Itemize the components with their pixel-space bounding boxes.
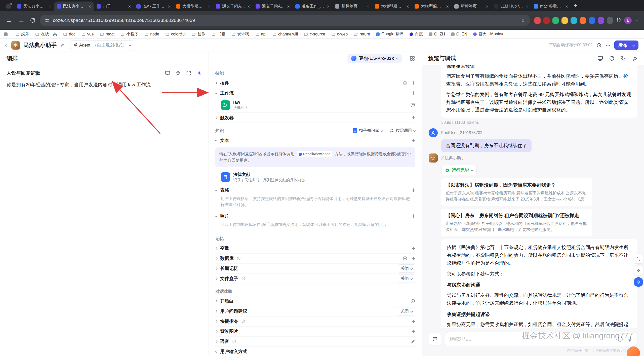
ai-circle-icon[interactable] (403, 256, 408, 261)
chat-input-box[interactable] (445, 332, 637, 346)
address-bar[interactable]: coze.cn/space/7515310829919584319/bot/75… (40, 15, 530, 26)
suggestions-select[interactable]: 关闭 (398, 307, 415, 315)
back-chevron-icon[interactable] (5, 44, 8, 47)
tab-close-icon[interactable]: × (565, 4, 568, 9)
tab-close-icon[interactable]: × (446, 4, 449, 9)
add-variable-button[interactable]: + (412, 245, 415, 252)
row-background-image[interactable]: 背景图片 + (215, 327, 415, 337)
test-run-icon[interactable] (410, 103, 415, 108)
wrench-icon[interactable] (632, 55, 638, 61)
add-table-knowledge-button[interactable]: + (412, 187, 415, 193)
phone-icon[interactable] (620, 55, 626, 61)
ai-circle-icon[interactable] (403, 81, 408, 86)
row-opening[interactable]: 开场白 (215, 296, 415, 306)
version-history-button[interactable] (596, 43, 602, 48)
new-tab-button[interactable]: + (571, 2, 580, 11)
browser-tab[interactable]: 大模型服务平台 × (372, 2, 412, 11)
add-text-knowledge-button[interactable]: + (412, 137, 415, 143)
row-knowledge-table[interactable]: 表格 + (215, 185, 415, 195)
tab-close-icon[interactable]: × (486, 4, 489, 9)
tab-close-icon[interactable]: × (367, 4, 369, 9)
float-grid-button[interactable] (634, 266, 643, 275)
publish-button[interactable]: 发布 (614, 41, 638, 50)
tab-close-icon[interactable]: × (287, 4, 290, 9)
edit-title-icon[interactable] (60, 43, 65, 48)
bookmark-item[interactable]: 娱乐 (15, 31, 29, 37)
browser-tab[interactable]: 大模型服务平台 × (412, 2, 451, 11)
tab-close-icon[interactable]: × (406, 4, 409, 9)
longterm-memory-select[interactable]: 关闭 (398, 264, 415, 273)
add-database-button[interactable]: + (412, 255, 415, 262)
browser-tab[interactable]: LLM Hub / CW3 × (492, 2, 531, 11)
forward-icon[interactable]: → (17, 17, 26, 24)
row-triggers[interactable]: 触发器 + (215, 113, 415, 123)
row-input-mode[interactable]: 用户输入方式 (215, 347, 415, 356)
reset-context-icon[interactable] (609, 55, 615, 61)
row-plugins[interactable]: 插件 + (215, 78, 415, 88)
kb-source-select[interactable]: 扣子知识库 (353, 128, 383, 133)
site-settings-icon[interactable] (45, 18, 49, 23)
news-card[interactable]: 【以案释法】房租没到期，因为养猫房东要赶我走？ 但对于房东来说 租客携带宠物租房… (441, 178, 592, 206)
bookmark-item[interactable]: 书籍 (212, 31, 225, 37)
filebox-select[interactable]: 关闭 (398, 274, 415, 283)
extension-icon[interactable] (534, 17, 541, 24)
bookmark-item[interactable]: 小程序 (120, 31, 138, 37)
bookmark-item[interactable]: color&ui (165, 32, 186, 36)
bookmark-item[interactable]: doc (63, 32, 75, 36)
row-variables[interactable]: 变量 + (215, 244, 415, 254)
bookmark-item[interactable]: 百度 (410, 31, 423, 37)
browser-tab[interactable]: 大模型服务平台 × (174, 2, 213, 11)
bookmark-item[interactable]: channelwill (272, 32, 298, 36)
browser-tab[interactable]: 新标签页 × (452, 2, 491, 11)
kb-callmode-select[interactable]: 按需调用 (390, 128, 415, 133)
bookmark-item[interactable]: node (144, 32, 159, 36)
extension-icon[interactable] (571, 17, 577, 24)
bookmark-item[interactable]: vue (82, 32, 94, 36)
browser-tab[interactable]: law - 工作流 -扣 × (134, 2, 173, 11)
bookmark-item[interactable]: return (354, 32, 370, 36)
extension-icon[interactable] (561, 17, 568, 24)
monitor-icon[interactable] (597, 55, 603, 61)
extension-icon[interactable] (589, 17, 595, 24)
float-expand-button[interactable] (634, 254, 643, 264)
row-workflow[interactable]: 工作流 + (215, 88, 415, 98)
browser-profile-avatar[interactable]: L (624, 17, 632, 24)
bookmark-star-icon[interactable]: ☆ (520, 17, 525, 23)
back-icon[interactable]: ← (5, 17, 13, 24)
bookmark-item[interactable]: 创作 (192, 31, 206, 37)
presentation-icon[interactable] (165, 70, 170, 76)
edit-voice-icon[interactable] (411, 339, 415, 344)
add-plugin-button[interactable]: + (412, 80, 415, 86)
row-suggestions[interactable]: 用户问题建议 关闭 (215, 306, 415, 317)
browser-tab[interactable]: mac 谷歌浏览器 × (531, 2, 571, 11)
bookmark-item[interactable]: api (255, 32, 266, 36)
bookmark-item[interactable]: 聊天 - Monica (473, 31, 503, 37)
bookmark-item[interactable]: react (100, 32, 115, 36)
add-shortcut-button[interactable]: + (412, 318, 415, 325)
browser-tab[interactable]: 新标签页 × (333, 2, 372, 11)
ai-optimize-icon[interactable] (196, 70, 202, 76)
workflow-item-law[interactable]: law 法律相关 (215, 98, 415, 113)
add-trigger-button[interactable]: + (412, 114, 415, 121)
puzzle-extensions-icon[interactable] (616, 18, 621, 23)
tab-close-icon[interactable]: × (88, 4, 91, 9)
chat-input[interactable] (450, 336, 614, 342)
agent-mode-select[interactable]: 单 Agent （自主规划模式） (70, 40, 134, 50)
knowledge-item-law-docs[interactable]: 法律文献 记录了民法典等一系列法律文献的具体内容 (215, 170, 415, 185)
browser-tab[interactable]: 扣子 × (94, 2, 133, 11)
row-database[interactable]: 数据库 + (215, 254, 415, 264)
browser-tab[interactable]: 准备工作_大模型 × (293, 2, 332, 11)
row-knowledge-text[interactable]: 文本 + (215, 135, 415, 145)
layout-grid-icon[interactable] (409, 55, 415, 61)
bookmark-item[interactable]: 在线工具 (35, 31, 57, 37)
model-selector[interactable]: 豆包·1.5·Pro·32k (347, 54, 402, 63)
tab-close-icon[interactable]: × (247, 4, 250, 9)
bookmark-item[interactable] (4, 32, 9, 36)
tab-close-icon[interactable]: × (168, 4, 171, 9)
bookmark-item[interactable]: Q_EN (451, 32, 467, 36)
add-photo-knowledge-button[interactable]: + (412, 213, 415, 219)
tab-close-icon[interactable]: × (128, 4, 131, 9)
persona-prompt-text[interactable]: 你是拥有20年经验的法律专家，当用户发送内容时，调用 law 工作流 (0, 78, 209, 92)
row-voice[interactable]: 语音 (215, 337, 415, 347)
extension-icon[interactable] (552, 17, 559, 24)
